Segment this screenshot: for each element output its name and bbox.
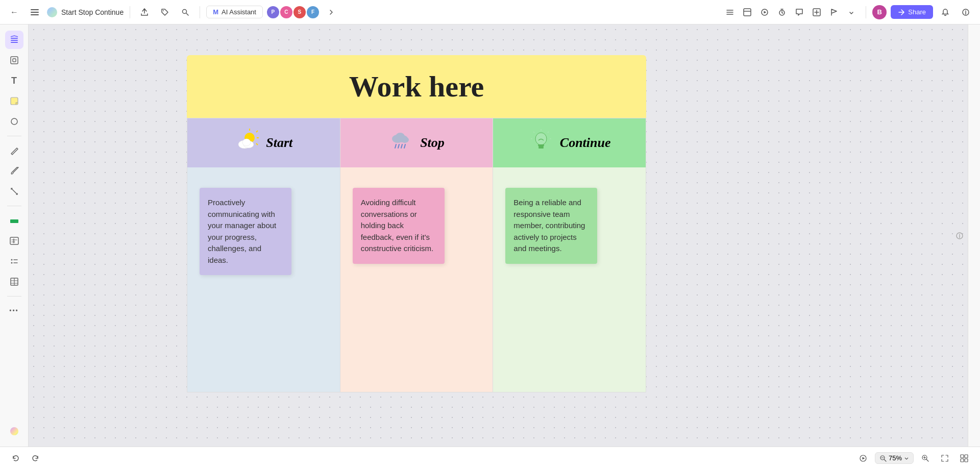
left-sidebar: T [0, 24, 29, 447]
svg-line-46 [533, 132, 534, 133]
svg-rect-43 [538, 146, 544, 147]
col-stop-header: Stop [340, 118, 493, 167]
template-button[interactable] [739, 4, 755, 20]
search-button[interactable] [177, 4, 193, 20]
zoom-in-button[interactable] [918, 451, 933, 466]
sticky-note-continue-text: Being a reliable and responsive team mem… [513, 198, 585, 253]
svg-rect-1 [31, 12, 39, 13]
svg-point-18 [11, 118, 17, 125]
divider-2 [200, 6, 200, 18]
share-button[interactable]: Share [891, 5, 933, 19]
annotation-button[interactable] [791, 4, 807, 20]
top-toolbar: ← Start Stop Continue [0, 0, 980, 24]
column-stop: Stop Avoiding difficult conversations or… [340, 118, 494, 392]
column-continue: Continue Being a reliable and responsive… [493, 118, 646, 392]
bottom-right: 75% [855, 451, 972, 466]
svg-rect-0 [31, 9, 39, 10]
sidebar-text-btn[interactable]: T [5, 71, 23, 90]
right-info [953, 230, 966, 242]
collapse-button[interactable] [323, 4, 339, 20]
svg-rect-62 [965, 459, 968, 462]
avatar-3: S [293, 6, 306, 18]
expand-button[interactable] [843, 4, 860, 20]
zoom-control[interactable]: 75% [875, 452, 914, 464]
menu-button[interactable] [27, 4, 43, 20]
undo-button[interactable] [8, 451, 23, 466]
svg-point-4 [163, 10, 164, 11]
sidebar-layers-btn[interactable] [5, 31, 23, 49]
svg-rect-12 [11, 38, 18, 39]
svg-rect-49 [538, 147, 544, 149]
export-button[interactable] [136, 4, 153, 20]
flag-button[interactable] [826, 4, 842, 20]
sidebar-table-btn[interactable] [5, 273, 23, 291]
fullscreen-button[interactable] [937, 451, 952, 466]
svg-rect-42 [538, 144, 544, 146]
sidebar-shape-btn[interactable] [5, 112, 23, 131]
merge-button[interactable] [808, 4, 825, 20]
collaborator-avatars: P C S F [267, 6, 319, 18]
bell-button[interactable] [937, 4, 953, 20]
col-start-label: Start [266, 135, 292, 151]
svg-line-6 [186, 13, 188, 15]
grid-button[interactable] [957, 451, 972, 466]
svg-rect-13 [11, 40, 18, 41]
sidebar-list-btn[interactable] [5, 252, 23, 270]
column-start: Start Proactively communicating with you… [187, 118, 340, 392]
sticky-note-start[interactable]: Proactively communicating with your mana… [200, 188, 291, 275]
svg-rect-2 [31, 14, 39, 15]
ai-assistant-button[interactable]: M AI Assistant [206, 6, 263, 18]
continue-emoji [528, 128, 554, 158]
col-start-body: Proactively communicating with your mana… [187, 167, 340, 392]
svg-rect-15 [11, 57, 18, 64]
toolbar-icons-group [722, 4, 860, 20]
sidebar-highlight-btn[interactable] [5, 211, 23, 230]
svg-line-29 [256, 143, 258, 145]
start-emoji [234, 128, 260, 158]
sidebar-frame-btn[interactable] [5, 51, 23, 69]
svg-line-40 [404, 144, 405, 148]
sticky-note-continue[interactable]: Being a reliable and responsive team mem… [505, 188, 597, 264]
sidebar-pen-btn[interactable] [5, 141, 23, 160]
tag-button[interactable] [157, 4, 173, 20]
sticky-note-start-text: Proactively communicating with your mana… [208, 198, 276, 264]
timer-button[interactable] [774, 4, 790, 20]
right-info-button[interactable] [953, 230, 966, 242]
svg-line-27 [256, 131, 258, 132]
sidebar-brush-btn[interactable] [5, 162, 23, 180]
svg-line-53 [884, 459, 886, 461]
play-button[interactable] [756, 4, 773, 20]
svg-point-24 [10, 427, 18, 435]
col-stop-label: Stop [420, 135, 445, 151]
back-button[interactable]: ← [6, 4, 22, 20]
svg-rect-14 [11, 42, 18, 43]
sidebar-more-btn[interactable]: ••• [5, 302, 23, 320]
info-button[interactable] [958, 4, 974, 20]
sidebar-textblock-btn[interactable] [5, 232, 23, 250]
sidebar-connector-btn[interactable] [5, 182, 23, 201]
sidebar-sticky-btn[interactable] [5, 92, 23, 110]
svg-line-45 [548, 132, 549, 133]
svg-point-5 [183, 9, 187, 13]
svg-rect-20 [10, 237, 18, 244]
svg-point-21 [11, 259, 12, 261]
avatar-1: P [267, 6, 279, 18]
user-avatar[interactable]: B [872, 5, 887, 19]
canvas-area[interactable]: Work here [29, 24, 968, 447]
sticky-note-stop[interactable]: Avoiding difficult conversations or hold… [353, 188, 445, 264]
sticky-note-stop-text: Avoiding difficult conversations or hold… [361, 198, 434, 253]
svg-rect-60 [965, 455, 968, 458]
sidebar-sep-1 [7, 136, 21, 136]
ai-icon: M [213, 8, 218, 16]
zoom-value: 75% [889, 454, 902, 462]
col-continue-header: Continue [493, 118, 646, 167]
main-area: T [0, 24, 980, 447]
view-mode-button[interactable] [722, 4, 738, 20]
redo-button[interactable] [28, 451, 43, 466]
share-label: Share [908, 8, 926, 16]
play-mode-button[interactable] [855, 451, 871, 466]
svg-point-32 [242, 139, 251, 146]
sidebar-theme-btn[interactable] [5, 422, 23, 440]
avatar-4: F [307, 6, 319, 18]
stop-emoji [388, 128, 414, 158]
